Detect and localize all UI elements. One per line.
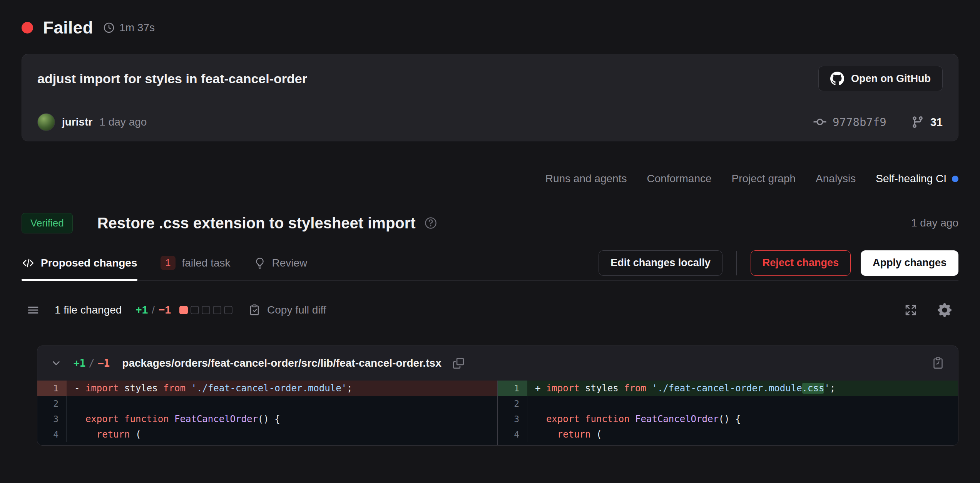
diff-block [191,306,199,314]
author-name: juristr [62,116,92,128]
open-on-github-label: Open on GitHub [851,73,931,85]
clipboard-icon [248,304,261,317]
copy-full-diff-button[interactable]: Copy full diff [248,304,326,317]
git-commit-icon [813,116,826,129]
diff-body: 1- import styles from './feat-cancel-ord… [37,381,958,445]
branch-count: 31 [930,116,943,129]
tab-review[interactable]: Review [254,245,308,280]
copy-full-diff-label: Copy full diff [267,304,326,316]
code-text: + import styles from './feat-cancel-orde… [527,383,835,394]
diff-line: 2 [37,396,497,411]
copy-file-diff-icon[interactable] [931,356,945,370]
line-number: 1 [37,381,67,396]
line-number: 4 [498,427,527,442]
file-additions: +1 [74,357,85,369]
nav-analysis[interactable]: Analysis [816,173,856,185]
workspace-nav: Runs and agents Conformance Project grap… [22,171,958,186]
diff-toolbar: 1 file changed +1 / −1 Copy full diff [22,299,958,322]
nav-conformance[interactable]: Conformance [647,173,711,185]
code-text: return ( [527,429,602,440]
code-text: - import styles from './feat-cancel-orde… [67,383,352,394]
commit-message: adjust import for styles in feat-cancel-… [37,71,307,86]
notification-dot [952,176,958,182]
diff-line: 4 return ( [498,427,958,442]
tab-proposed-changes[interactable]: Proposed changes [22,245,137,280]
run-duration: 1m 37s [119,22,155,34]
edit-changes-locally-button[interactable]: Edit changes locally [599,250,722,276]
reject-changes-button[interactable]: Reject changes [751,250,851,276]
diff-block [224,306,232,314]
commit-hash-link[interactable]: 9778b7f9 [813,116,886,129]
fix-heading-row: Verified Restore .css extension to style… [22,211,958,235]
failed-status-dot [22,22,33,34]
line-number: 3 [498,411,527,427]
diff-line: 1+ import styles from './feat-cancel-ord… [498,381,958,396]
expand-icon[interactable] [904,303,918,317]
failed-count-badge: 1 [161,256,176,270]
code-text: export function FeatCancelOrder() { [527,414,741,424]
diff-pane-left: 1- import styles from './feat-cancel-ord… [37,381,497,445]
line-number: 2 [498,396,527,411]
tab-failed-task-label: failed task [182,257,230,269]
tabs-row: Proposed changes 1 failed task Review Ed… [22,245,958,281]
actions-divider [736,251,737,275]
clock-icon [103,22,115,34]
files-changed-label: 1 file changed [55,304,122,316]
author-avatar [37,113,55,131]
copy-path-icon[interactable] [453,358,464,369]
delta-separator: / [152,304,155,316]
deletions-count: −1 [159,304,171,316]
file-deletions: −1 [98,357,110,369]
file-delta-separator: / [89,357,95,369]
code-text: export function FeatCancelOrder() { [67,414,280,424]
open-on-github-button[interactable]: Open on GitHub [818,66,943,91]
diff-pane-right: 1+ import styles from './feat-cancel-ord… [497,381,958,445]
run-status-row: Failed 1m 37s [22,17,958,39]
apply-changes-button[interactable]: Apply changes [861,250,958,276]
git-branch-icon [911,116,924,129]
commit-card: adjust import for styles in feat-cancel-… [22,54,958,141]
nav-self-healing-ci-label: Self-healing CI [876,173,947,185]
line-number: 4 [37,427,67,442]
additions-count: +1 [135,304,148,316]
diff-file-header: +1 / −1 packages/orders/feat-cancel-orde… [37,346,958,381]
diff-block [179,306,188,314]
nav-project-graph[interactable]: Project graph [732,173,796,185]
nav-self-healing-ci[interactable]: Self-healing CI [876,173,958,185]
diff-line: 3 export function FeatCancelOrder() { [37,411,497,427]
code-icon [22,257,35,270]
tab-failed-task[interactable]: 1 failed task [161,245,231,280]
verified-badge: Verified [22,213,73,233]
fix-time-ago: 1 day ago [911,217,958,229]
tab-proposed-changes-label: Proposed changes [41,257,137,269]
branch-count-link[interactable]: 31 [911,116,943,129]
help-icon[interactable] [424,216,437,230]
diff-block [202,306,210,314]
line-number: 3 [37,411,67,427]
diff-line: 2 [498,396,958,411]
diff-blocks [179,306,232,314]
nav-runs-and-agents[interactable]: Runs and agents [545,173,627,185]
file-path: packages/orders/feat-cancel-order/src/li… [122,357,441,369]
line-number: 2 [37,396,67,411]
diff-block [213,306,221,314]
chevron-down-icon[interactable] [50,357,62,369]
diff-line: 4 return ( [37,427,497,442]
lightbulb-icon [254,257,266,269]
gear-icon[interactable] [938,303,952,317]
diff-card: +1 / −1 packages/orders/feat-cancel-orde… [37,345,958,446]
code-text: return ( [67,429,141,440]
commit-time-ago: 1 day ago [99,116,147,128]
diff-line: 3 export function FeatCancelOrder() { [498,411,958,427]
fix-title: Restore .css extension to stylesheet imp… [97,215,416,232]
github-icon [830,72,844,86]
diff-line: 1- import styles from './feat-cancel-ord… [37,381,497,396]
run-status-label: Failed [43,18,93,37]
commit-hash: 9778b7f9 [833,116,886,129]
menu-icon[interactable] [26,303,40,317]
line-number: 1 [498,381,527,396]
tab-review-label: Review [272,257,308,269]
